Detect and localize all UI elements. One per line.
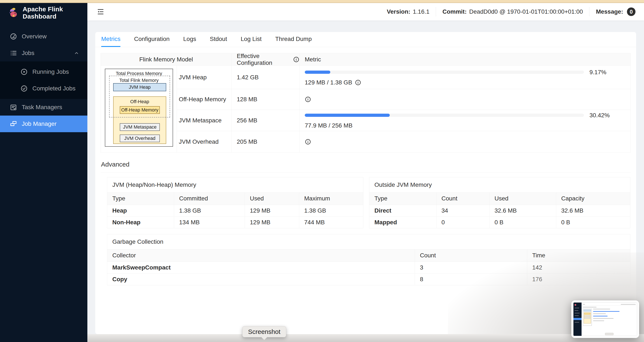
mini-memory-diagram [583,309,592,326]
mini-line [574,322,579,322]
sidebar-item-job-manager[interactable]: Job Manager [0,116,87,132]
bottom-band [87,334,644,342]
mini-line [574,310,578,311]
col-label: Effective Configuration [237,53,290,66]
info-circle-icon[interactable] [305,139,625,145]
dashboard-icon [10,33,17,40]
card-title: JVM (Heap/Non-Heap) Memory [107,177,363,193]
jvm-heap-box: JVM Heap [113,83,166,91]
screen-preview-thumbnail[interactable] [571,300,639,338]
row-type: Direct [369,205,436,216]
off-heap-label: Off-Heap [114,99,166,105]
progress-track [305,71,584,74]
cell: 1.38 GB [299,205,363,216]
mini-header [583,303,636,305]
outside-jvm-table: Type Count Used Capacity Direct 34 32.6 … [369,193,630,228]
menu-fold-icon [97,8,104,16]
unordered-list-icon [10,50,17,57]
metrics-table-body: Total Process Memory Total Flink Memory … [101,66,630,152]
tab-stdout[interactable]: Stdout [210,32,227,47]
memory-metrics-table: Flink Memory Model Effective Configurati… [100,53,630,153]
message-label: Message: [596,8,623,15]
advanced-cards-row: JVM (Heap/Non-Heap) Memory Type Committe… [107,177,630,228]
progress-line: 30.42% [305,112,625,119]
sidebar-item-overview[interactable]: Overview [0,28,87,45]
cell: 129 MB [245,216,299,228]
progress-fill [305,71,330,74]
cell: 32.6 MB [556,205,630,216]
metric-name: JVM Metaspace [177,110,232,131]
commit-value: DeadD0d0 @ 1970-01-01T01:00:00+01:00 [469,8,583,15]
sidebar-item-completed-jobs[interactable]: Completed Jobs [0,80,87,97]
progress-track [305,114,584,117]
table-header-row: Type Count Used Capacity [369,193,630,205]
tab-log-list[interactable]: Log List [240,32,262,47]
metric-rows: JVM Heap 1.42 GB 9.17% [177,66,630,152]
sidebar-item-jobs[interactable]: Jobs [0,45,87,61]
total-process-memory-label: Total Process Memory [105,71,172,76]
tab-thread-dump[interactable]: Thread Dump [275,32,312,47]
mini-line [593,318,614,319]
progress-detail: 77.9 MB / 256 MB [305,122,625,129]
mini-dashboard-preview [573,302,637,336]
window-title-strip [0,0,644,3]
collector-name: Copy [107,273,415,285]
mini-line [593,320,604,321]
metric-row-off-heap: Off-Heap Memory 128 MB [177,89,630,110]
message-count-badge[interactable]: 0 [627,8,636,16]
info-circle-icon[interactable] [293,56,300,63]
row-type: Heap [107,205,174,216]
sidebar-item-task-managers[interactable]: Task Managers [0,99,87,116]
mini-offheap-box [584,312,591,323]
sidebar-item-running-jobs[interactable]: Running Jobs [0,64,87,80]
jvm-overhead-box: JVM Overhead [120,135,160,142]
schedule-icon [10,104,17,111]
jvm-metaspace-box: JVM Metaspace [120,123,160,131]
table-row: Direct 34 32.6 MB 32.6 MB [369,205,630,216]
sidebar-collapse-button[interactable] [96,7,105,17]
sidebar-item-label: Completed Jobs [32,85,76,92]
tab-logs[interactable]: Logs [183,32,196,47]
commit-label: Commit: [442,8,467,15]
divider [436,7,436,17]
info-circle-icon[interactable] [355,79,361,86]
row-type: Non-Heap [107,216,174,228]
header-info: Version: 1.16.1 Commit: DeadD0d0 @ 1970-… [387,7,636,17]
sidebar-item-label: Overview [22,33,47,40]
col-header: Capacity [556,193,630,205]
flink-squirrel-logo [7,6,19,20]
mini-offheap-mem [584,313,590,314]
cell: 1.38 GB [174,205,245,216]
jvm-memory-table: Type Committed Used Maximum Heap 1.38 GB… [107,193,363,228]
mini-progress [593,311,620,312]
mini-overhead [584,317,590,318]
progress-percent: 30.42% [590,112,610,119]
mini-line [593,309,610,309]
metric-row-jvm-overhead: JVM Overhead 205 MB [177,131,630,152]
sidebar-item-label: Jobs [22,50,34,57]
flink-dashboard-app: Apache Flink Dashboard Overview Jobs [0,3,644,342]
usage-text: 129 MB / 1.38 GB [305,79,352,86]
sidebar-item-label: Running Jobs [32,69,69,75]
tab-metrics[interactable]: Metrics [101,32,120,47]
cell: 744 MB [299,216,363,228]
version-label: Version: [387,8,410,15]
col-header: Type [369,193,436,205]
mini-logo [574,304,576,306]
info-circle-icon[interactable] [305,96,625,103]
metrics-table-header: Flink Memory Model Effective Configurati… [101,53,630,66]
metric-cell: 30.42% 77.9 MB / 256 MB [300,110,630,131]
col-flink-memory-model: Flink Memory Model [101,53,232,66]
col-header: Committed [174,193,245,205]
metric-cell: 9.17% 129 MB / 1.38 GB [300,66,630,89]
mini-line [583,304,585,305]
tab-configuration[interactable]: Configuration [134,32,170,47]
mini-metric-lines [593,309,636,321]
mini-line [621,304,636,305]
metric-name: JVM Heap [177,66,232,89]
table-row: Heap 1.38 GB 129 MB 1.38 GB [107,205,363,216]
build-blocks-icon [10,120,17,128]
off-heap-memory-box: Off-Heap Memory [120,106,160,114]
sidebar-item-label: Task Managers [22,104,62,111]
divider [589,7,590,17]
